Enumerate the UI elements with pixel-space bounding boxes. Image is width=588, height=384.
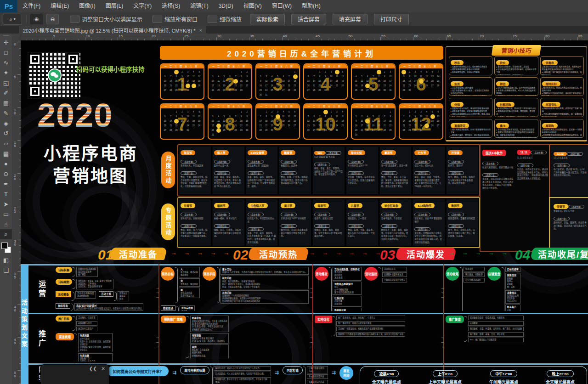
tip-card: 限时折扣整点秒杀折扣，快速拉升商品当日流量占比，刺激用户转化高峰性价比时间设定场… bbox=[540, 77, 584, 96]
tgroup: 目标规划销售目标：新客量×流量×客单价“转化率流量目标：订单“转化运营目标：裂变… bbox=[56, 279, 113, 289]
atx: 狂欢热卖，来自 818 聚划算购物节 bbox=[414, 217, 443, 224]
option-checkbox[interactable]: 缩放所有窗口 bbox=[153, 15, 198, 23]
zoom-in-button[interactable]: ⊕ bbox=[30, 14, 43, 24]
tag: （活动主题） bbox=[381, 160, 397, 164]
marquee-tool[interactable]: □ bbox=[0, 47, 12, 57]
kl: 推广“素材优化：根据点击转化实时换量 bbox=[338, 322, 403, 325]
clone-stamp-tool[interactable]: ◈ bbox=[0, 118, 12, 128]
tl-time: 中午12:00 bbox=[490, 370, 517, 377]
kt: 货 bbox=[181, 279, 198, 282]
span: 21 bbox=[286, 84, 292, 88]
type-tool[interactable]: T bbox=[0, 189, 12, 199]
menu-item[interactable]: 文件(F) bbox=[17, 0, 45, 12]
span: 8 bbox=[376, 74, 382, 79]
ln: 根据玩法实现实时互动与奖励匹配优化对接玩家，场景化运营式流转 bbox=[496, 131, 536, 137]
menu-item[interactable]: 视图(V) bbox=[238, 0, 267, 12]
menu-item[interactable]: 文字(Y) bbox=[128, 0, 157, 12]
option-button[interactable]: 适合屏幕 bbox=[291, 14, 326, 24]
span: 22 bbox=[174, 124, 179, 128]
span: 27 bbox=[227, 128, 232, 133]
history-brush-tool[interactable]: ↺ bbox=[0, 128, 12, 138]
span: 4 bbox=[215, 74, 221, 79]
span: 4 bbox=[424, 110, 430, 114]
shape-tool[interactable]: ▭ bbox=[0, 209, 12, 219]
zoom-tool[interactable]: ⌕ bbox=[0, 229, 12, 239]
span: 15 bbox=[238, 119, 244, 124]
path-select-tool[interactable]: ➤ bbox=[0, 199, 12, 209]
span: 29 bbox=[238, 128, 244, 133]
close-icon[interactable]: ✕ bbox=[102, 366, 105, 371]
span: 6 bbox=[227, 114, 232, 119]
option-checkbox[interactable]: 细微缩放 bbox=[208, 15, 242, 23]
span: 10 bbox=[388, 74, 393, 79]
span: 12 bbox=[340, 74, 345, 79]
color-swatches[interactable] bbox=[0, 241, 12, 255]
option-button[interactable]: 实际像素 bbox=[250, 14, 285, 24]
gradient-tool[interactable]: ▤ bbox=[0, 148, 12, 158]
span: 5 bbox=[305, 114, 311, 119]
move-tool[interactable]: ✛ bbox=[0, 37, 12, 47]
crop-tool[interactable]: ◱ bbox=[0, 78, 12, 88]
current-tool-badge[interactable]: ⌕▾ bbox=[3, 14, 22, 25]
palette-grip[interactable]: ▪▪▪▪▪▪ bbox=[0, 34, 12, 37]
span: 22 bbox=[238, 84, 244, 88]
tag: （活动主题） bbox=[248, 160, 264, 164]
eyedropper-tool[interactable]: ✐ bbox=[0, 88, 12, 98]
menu-item[interactable]: 图层(L) bbox=[101, 0, 129, 12]
mindmap-node: 目标规划 bbox=[56, 279, 72, 285]
kt: 老客获取 bbox=[192, 334, 227, 337]
photoshop-logo[interactable]: Ps bbox=[0, 0, 17, 12]
row-label: 推广 bbox=[28, 314, 54, 363]
quick-mask-icon[interactable]: ◧ bbox=[0, 255, 12, 265]
menu-item[interactable]: 3D(D) bbox=[214, 0, 238, 12]
magic-wand-tool[interactable]: ✦ bbox=[0, 68, 12, 78]
span: 27 bbox=[430, 84, 435, 88]
horizontal-ruler[interactable]: 510152025303540455055606570758085 bbox=[21, 34, 588, 41]
span: 28 bbox=[311, 88, 317, 93]
span: 15 bbox=[401, 79, 407, 84]
span: 活动预热 bbox=[259, 248, 298, 260]
menu-item[interactable]: 图像(I) bbox=[74, 0, 100, 12]
menu-item[interactable]: 帮助(H) bbox=[297, 0, 326, 12]
rewind-icon[interactable]: ❮❮ bbox=[89, 366, 97, 371]
dodge-tool[interactable]: ⊙ bbox=[0, 169, 12, 179]
blur-tool[interactable]: ● bbox=[0, 158, 12, 169]
span: 10 bbox=[418, 114, 424, 119]
menu-item[interactable]: 窗口(W) bbox=[267, 0, 297, 12]
span: 25 bbox=[340, 124, 345, 128]
ln: 2-3人小团降低成团门槛，提升不同商品出团率 bbox=[496, 87, 536, 90]
option-button[interactable]: 填充屏幕 bbox=[333, 14, 368, 24]
lasso-tool[interactable]: ∿ bbox=[0, 57, 12, 68]
span: 3 bbox=[359, 114, 364, 119]
document-tab[interactable]: 2020小程序电商营销地图.jpg @ 12.5% (扫码可以获得小程序扶持, … bbox=[18, 26, 207, 34]
menu-item[interactable]: 编辑(E) bbox=[45, 0, 74, 12]
hand-tool[interactable]: ☝ bbox=[0, 219, 12, 229]
kid: 活动推广“预算及优化：根据各渠道产出调整预算分配 bbox=[336, 327, 405, 331]
option-checkbox[interactable]: 调整窗口大小以满屏显示 bbox=[70, 15, 142, 23]
close-tab-icon[interactable]: × bbox=[199, 28, 202, 33]
screen-mode-icon[interactable]: ❏ bbox=[0, 265, 12, 275]
div: ⇉ bbox=[332, 370, 336, 376]
floating-mini-window[interactable]: ❮❮✕ bbox=[40, 364, 109, 384]
tag: （活动主题） bbox=[181, 213, 197, 216]
option-button[interactable]: 打印尺寸 bbox=[374, 14, 409, 24]
zoom-out-button[interactable]: ⊖ bbox=[46, 14, 59, 24]
vertical-ruler[interactable]: 05101520253035404550 bbox=[12, 34, 21, 384]
span bbox=[162, 110, 168, 114]
pen-tool[interactable]: ✒ bbox=[0, 179, 12, 189]
eraser-tool[interactable]: ▱ bbox=[0, 138, 12, 148]
kid: 费用数据 流量、体量费、支付转化、推广费用、访问页面数 bbox=[468, 327, 524, 331]
span: 23 bbox=[407, 84, 412, 88]
document-canvas[interactable]: 扫码可以获得小程序扶持 2020 小程序电商 营销地图 2020营销日历&全年营… bbox=[21, 40, 588, 384]
healing-brush-tool[interactable]: ▦ bbox=[0, 98, 12, 108]
span: 5 bbox=[197, 110, 202, 114]
span: 28 bbox=[286, 88, 292, 93]
span: 16 bbox=[353, 124, 359, 128]
span: 1 bbox=[407, 110, 412, 114]
vnum: 5 bbox=[13, 75, 17, 78]
span: 6 bbox=[305, 74, 311, 79]
menu-item[interactable]: 滤镜(T) bbox=[185, 0, 213, 12]
span: 2 bbox=[179, 70, 185, 74]
menu-item[interactable]: 选择(S) bbox=[157, 0, 185, 12]
brush-tool[interactable]: ✎ bbox=[0, 108, 12, 118]
